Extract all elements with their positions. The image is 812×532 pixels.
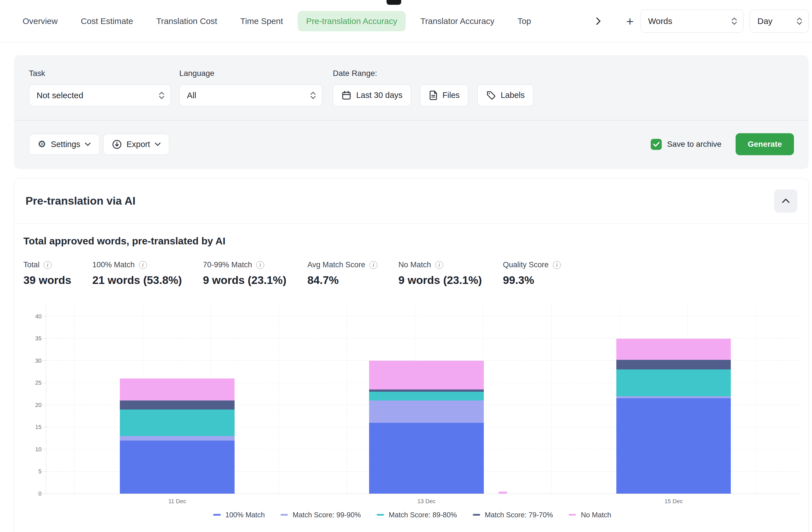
legend-label: No Match bbox=[581, 511, 611, 519]
v-gridline bbox=[74, 304, 74, 494]
labels-button[interactable]: Labels bbox=[477, 84, 534, 107]
legend-item-match-score-79-70[interactable]: Match Score: 79-70% bbox=[473, 511, 553, 519]
save-to-archive-checkbox[interactable] bbox=[651, 139, 662, 150]
date-range-label: Date Range: bbox=[333, 69, 533, 78]
y-axis-tickmark bbox=[43, 383, 46, 383]
stat-total: Totali39 words bbox=[24, 261, 71, 286]
bar-segment-no-match bbox=[616, 339, 731, 360]
language-select-value: All bbox=[187, 90, 196, 100]
bar-segment-match-score-89-80 bbox=[120, 409, 235, 436]
add-report-tab-button[interactable]: + bbox=[621, 12, 639, 30]
labels-button-label: Labels bbox=[501, 90, 525, 100]
chevron-right-icon bbox=[596, 17, 601, 25]
filters-row-actions: ⚙ Settings Export Save to archive Genera… bbox=[29, 133, 794, 155]
y-axis-tickmark bbox=[43, 471, 46, 472]
stat-no-match: No Matchi9 words (23.1%) bbox=[398, 261, 482, 286]
info-icon[interactable]: i bbox=[256, 261, 264, 269]
export-button-label: Export bbox=[127, 140, 150, 149]
y-axis-tick: 40 bbox=[26, 313, 42, 320]
bar-segment-no-match bbox=[120, 378, 235, 401]
bar-segment-match-score-79-70 bbox=[369, 390, 484, 392]
bar-segment-100-match bbox=[616, 398, 731, 494]
stacked-bar-chart: 051015202530354011 Dec13 Dec15 Dec 100% … bbox=[24, 304, 801, 519]
language-field: Language All bbox=[179, 69, 322, 107]
generate-button[interactable]: Generate bbox=[736, 133, 794, 155]
language-label: Language bbox=[179, 69, 322, 78]
tag-icon bbox=[486, 90, 496, 100]
stat-label-row: 100% Matchi bbox=[92, 261, 182, 269]
tabs-scroll-right-button[interactable] bbox=[589, 12, 608, 30]
legend-item-no-match[interactable]: No Match bbox=[569, 511, 611, 519]
tabs-scroll-area: OverviewCost EstimateTranslation CostTim… bbox=[14, 11, 585, 31]
legend-marker bbox=[473, 514, 480, 516]
legend-item-100-match[interactable]: 100% Match bbox=[213, 511, 265, 519]
legend-marker bbox=[213, 514, 220, 516]
y-axis-tick: 25 bbox=[26, 380, 42, 386]
v-gridline bbox=[278, 304, 279, 494]
report-card-header: Pre-translation via AI bbox=[14, 178, 808, 224]
pretranslation-report-card: Pre-translation via AI Total approved wo… bbox=[14, 178, 809, 532]
h-gridline bbox=[46, 316, 801, 317]
stat-label: 70-99% Match bbox=[203, 261, 252, 269]
task-select[interactable]: Not selected bbox=[29, 84, 171, 107]
date-range-button[interactable]: Last 30 days bbox=[333, 84, 411, 107]
task-field: Task Not selected bbox=[29, 69, 171, 107]
check-icon bbox=[653, 142, 659, 147]
period-select[interactable]: Day bbox=[750, 10, 809, 33]
stat-label: No Match bbox=[398, 261, 431, 269]
files-button-label: Files bbox=[443, 90, 460, 100]
tab-translator-accuracy[interactable]: Translator Accuracy bbox=[412, 11, 503, 31]
stat-70-99-match: 70-99% Matchi9 words (23.1%) bbox=[203, 261, 287, 286]
x-axis-label: 11 Dec bbox=[168, 498, 186, 505]
info-icon[interactable]: i bbox=[369, 261, 378, 269]
stat-label-row: Totali bbox=[24, 261, 71, 269]
legend-label: Match Score: 89-80% bbox=[389, 511, 457, 519]
stat-label: Total bbox=[24, 261, 40, 269]
y-axis-tick: 0 bbox=[26, 491, 42, 497]
legend-item-match-score-89-80[interactable]: Match Score: 89-80% bbox=[377, 511, 457, 519]
unit-select[interactable]: Words bbox=[641, 10, 744, 33]
stat-value: 21 words (53.8%) bbox=[92, 274, 182, 286]
y-axis-tick: 35 bbox=[26, 335, 42, 341]
files-button[interactable]: Files bbox=[420, 84, 468, 107]
tab-top[interactable]: Top bbox=[509, 11, 540, 31]
report-filters-panel: Task Not selected Language All Date Rang… bbox=[14, 55, 809, 169]
bar-13-dec bbox=[369, 361, 484, 494]
legend-item-match-score-99-90[interactable]: Match Score: 99-90% bbox=[280, 511, 361, 519]
bar-segment-match-score-99-90 bbox=[120, 436, 235, 440]
y-axis-tick: 15 bbox=[26, 424, 42, 430]
settings-button[interactable]: ⚙ Settings bbox=[29, 134, 100, 155]
tab-time-spent[interactable]: Time Spent bbox=[232, 11, 291, 31]
info-icon[interactable]: i bbox=[139, 261, 147, 269]
export-button[interactable]: Export bbox=[103, 134, 170, 155]
stat-label: 100% Match bbox=[92, 261, 134, 269]
filters-row-primary: Task Not selected Language All Date Rang… bbox=[29, 69, 794, 107]
stat-value: 84.7% bbox=[307, 274, 377, 286]
save-to-archive-label: Save to archive bbox=[667, 140, 722, 149]
tab-translation-cost[interactable]: Translation Cost bbox=[148, 11, 226, 31]
y-axis-tickmark bbox=[43, 316, 46, 317]
info-icon[interactable]: i bbox=[553, 261, 561, 269]
tab-overview[interactable]: Overview bbox=[14, 11, 66, 31]
info-icon[interactable]: i bbox=[435, 261, 443, 269]
collapse-card-button[interactable] bbox=[774, 190, 797, 212]
y-axis-tickmark bbox=[43, 360, 46, 361]
bar-segment-match-score-89-80 bbox=[616, 369, 731, 396]
language-select[interactable]: All bbox=[179, 84, 322, 107]
chevron-down-icon bbox=[155, 142, 161, 146]
stat-value: 99.3% bbox=[503, 274, 561, 286]
stat-label-row: 70-99% Matchi bbox=[203, 261, 287, 269]
chart-legend: 100% MatchMatch Score: 99-90%Match Score… bbox=[24, 511, 801, 519]
settings-button-label: Settings bbox=[51, 140, 80, 149]
tab-cost-estimate[interactable]: Cost Estimate bbox=[72, 11, 142, 31]
y-axis-tick: 10 bbox=[26, 446, 42, 452]
bar-segment-match-score-99-90 bbox=[616, 396, 731, 398]
bar-segment-match-score-89-80 bbox=[369, 392, 484, 401]
tab-pre-translation-accuracy[interactable]: Pre-translation Accuracy bbox=[298, 11, 406, 31]
stat-100-match: 100% Matchi21 words (53.8%) bbox=[92, 261, 182, 286]
info-icon[interactable]: i bbox=[44, 261, 52, 269]
filters-divider bbox=[14, 120, 809, 121]
stat-label-row: Avg Match Scorei bbox=[307, 261, 377, 269]
stat-value: 9 words (23.1%) bbox=[398, 274, 482, 286]
legend-label: 100% Match bbox=[225, 511, 265, 519]
